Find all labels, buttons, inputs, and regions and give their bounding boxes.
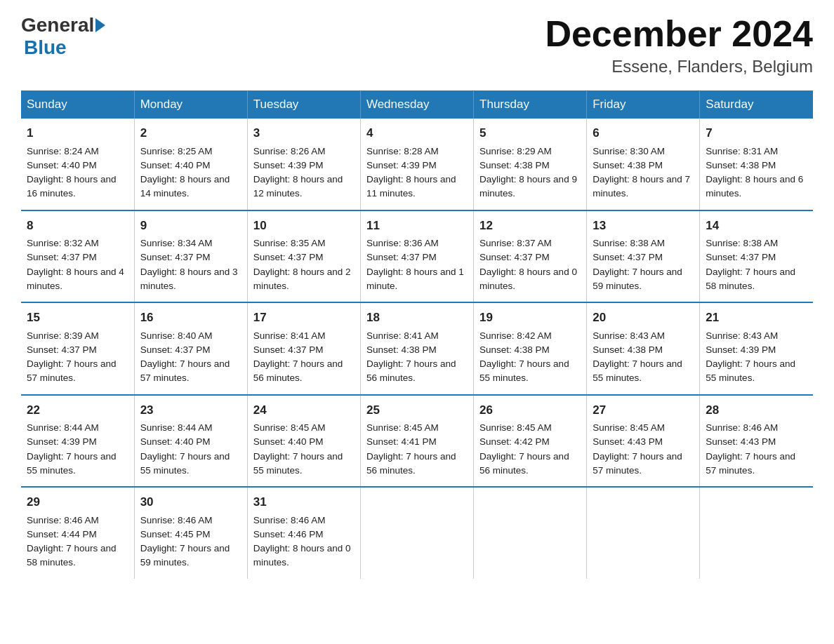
sunrise-text: Sunrise: 8:28 AM	[366, 146, 439, 156]
sunrise-text: Sunrise: 8:37 AM	[479, 238, 552, 248]
sunset-text: Sunset: 4:40 PM	[140, 436, 211, 447]
daylight-text: Daylight: 8 hours and 0 minutes.	[253, 543, 351, 568]
daylight-text: Daylight: 7 hours and 57 minutes.	[27, 358, 117, 383]
daylight-text: Daylight: 7 hours and 55 minutes.	[140, 451, 230, 476]
page-header: General Blue December 2024 Essene, Fland…	[21, 14, 813, 76]
daylight-text: Daylight: 8 hours and 4 minutes.	[27, 267, 124, 291]
sunrise-text: Sunrise: 8:43 AM	[706, 330, 778, 341]
sunrise-text: Sunrise: 8:46 AM	[140, 515, 213, 525]
calendar-header: Sunday Monday Tuesday Wednesday Thursday…	[21, 90, 813, 119]
daylight-text: Daylight: 8 hours and 2 minutes.	[253, 267, 351, 291]
sunset-text: Sunset: 4:37 PM	[253, 252, 324, 262]
calendar-cell: 22 Sunrise: 8:44 AM Sunset: 4:39 PM Dayl…	[21, 395, 134, 488]
day-number: 6	[593, 124, 694, 142]
sunset-text: Sunset: 4:39 PM	[27, 436, 97, 447]
sunset-text: Sunset: 4:43 PM	[706, 436, 776, 447]
daylight-text: Daylight: 7 hours and 56 minutes.	[253, 358, 343, 383]
sunset-text: Sunset: 4:37 PM	[140, 344, 211, 355]
sunset-text: Sunset: 4:45 PM	[140, 529, 211, 539]
sunrise-text: Sunrise: 8:40 AM	[140, 330, 213, 341]
calendar-cell: 13 Sunrise: 8:38 AM Sunset: 4:37 PM Dayl…	[587, 210, 700, 303]
calendar-week-row: 8 Sunrise: 8:32 AM Sunset: 4:37 PM Dayli…	[21, 210, 813, 303]
sunrise-text: Sunrise: 8:45 AM	[253, 422, 326, 433]
day-number: 2	[140, 124, 241, 142]
calendar-cell	[474, 487, 587, 579]
sunset-text: Sunset: 4:37 PM	[27, 344, 97, 355]
sunrise-text: Sunrise: 8:25 AM	[140, 146, 213, 156]
sunset-text: Sunset: 4:40 PM	[140, 160, 211, 170]
day-number: 14	[706, 217, 807, 235]
sunrise-text: Sunrise: 8:36 AM	[366, 238, 439, 248]
col-friday: Friday	[587, 90, 700, 119]
sunset-text: Sunset: 4:41 PM	[366, 436, 437, 447]
daylight-text: Daylight: 7 hours and 57 minutes.	[706, 451, 795, 476]
daylight-text: Daylight: 8 hours and 12 minutes.	[253, 174, 343, 199]
day-number: 11	[366, 217, 468, 235]
col-sunday: Sunday	[21, 90, 134, 119]
day-number: 13	[593, 217, 694, 235]
sunset-text: Sunset: 4:44 PM	[27, 529, 97, 539]
sunset-text: Sunset: 4:37 PM	[366, 252, 437, 262]
day-number: 25	[366, 401, 468, 420]
sunset-text: Sunset: 4:38 PM	[706, 160, 776, 170]
sunset-text: Sunset: 4:37 PM	[253, 344, 324, 355]
day-number: 26	[479, 401, 581, 420]
day-number: 20	[593, 309, 694, 327]
daylight-text: Daylight: 8 hours and 16 minutes.	[27, 174, 117, 199]
day-number: 15	[27, 309, 128, 327]
sunset-text: Sunset: 4:39 PM	[253, 160, 324, 170]
calendar-cell: 15 Sunrise: 8:39 AM Sunset: 4:37 PM Dayl…	[21, 302, 134, 395]
sunset-text: Sunset: 4:37 PM	[593, 252, 663, 262]
calendar-cell	[700, 487, 813, 579]
calendar-table: Sunday Monday Tuesday Wednesday Thursday…	[21, 90, 813, 579]
col-tuesday: Tuesday	[247, 90, 360, 119]
logo: General Blue	[21, 14, 107, 59]
sunrise-text: Sunrise: 8:31 AM	[706, 146, 778, 156]
logo-arrow-icon	[95, 18, 105, 32]
day-number: 23	[140, 401, 241, 420]
day-number: 4	[366, 124, 468, 142]
calendar-week-row: 22 Sunrise: 8:44 AM Sunset: 4:39 PM Dayl…	[21, 395, 813, 488]
sunset-text: Sunset: 4:39 PM	[706, 344, 776, 355]
sunrise-text: Sunrise: 8:41 AM	[366, 330, 439, 341]
daylight-text: Daylight: 7 hours and 55 minutes.	[253, 451, 343, 476]
title-section: December 2024 Essene, Flanders, Belgium	[545, 14, 813, 76]
day-number: 18	[366, 309, 468, 327]
sunset-text: Sunset: 4:39 PM	[366, 160, 437, 170]
calendar-cell: 26 Sunrise: 8:45 AM Sunset: 4:42 PM Dayl…	[474, 395, 587, 488]
logo-general-text: General	[21, 14, 94, 36]
daylight-text: Daylight: 7 hours and 56 minutes.	[366, 451, 456, 476]
day-number: 8	[27, 217, 128, 235]
sunrise-text: Sunrise: 8:45 AM	[479, 422, 552, 433]
sunset-text: Sunset: 4:38 PM	[593, 160, 663, 170]
sunrise-text: Sunrise: 8:44 AM	[27, 422, 99, 433]
day-number: 3	[253, 124, 355, 142]
calendar-cell: 10 Sunrise: 8:35 AM Sunset: 4:37 PM Dayl…	[247, 210, 360, 303]
calendar-cell: 25 Sunrise: 8:45 AM Sunset: 4:41 PM Dayl…	[360, 395, 473, 488]
sunset-text: Sunset: 4:37 PM	[479, 252, 550, 262]
day-number: 27	[593, 401, 694, 420]
daylight-text: Daylight: 7 hours and 58 minutes.	[706, 267, 795, 291]
calendar-cell: 30 Sunrise: 8:46 AM Sunset: 4:45 PM Dayl…	[134, 487, 247, 579]
sunset-text: Sunset: 4:37 PM	[706, 252, 776, 262]
calendar-cell: 21 Sunrise: 8:43 AM Sunset: 4:39 PM Dayl…	[700, 302, 813, 395]
sunrise-text: Sunrise: 8:38 AM	[706, 238, 778, 248]
day-number: 17	[253, 309, 355, 327]
daylight-text: Daylight: 8 hours and 0 minutes.	[479, 267, 577, 291]
sunrise-text: Sunrise: 8:46 AM	[27, 515, 99, 525]
sunrise-text: Sunrise: 8:43 AM	[593, 330, 665, 341]
sunrise-text: Sunrise: 8:46 AM	[253, 515, 326, 525]
daylight-text: Daylight: 7 hours and 55 minutes.	[479, 358, 569, 383]
daylight-text: Daylight: 7 hours and 57 minutes.	[140, 358, 230, 383]
day-number: 7	[706, 124, 807, 142]
daylight-text: Daylight: 7 hours and 56 minutes.	[479, 451, 569, 476]
calendar-cell: 9 Sunrise: 8:34 AM Sunset: 4:37 PM Dayli…	[134, 210, 247, 303]
sunrise-text: Sunrise: 8:34 AM	[140, 238, 213, 248]
col-saturday: Saturday	[700, 90, 813, 119]
calendar-cell	[360, 487, 473, 579]
logo-blue-text: Blue	[24, 36, 67, 58]
calendar-cell: 17 Sunrise: 8:41 AM Sunset: 4:37 PM Dayl…	[247, 302, 360, 395]
calendar-week-row: 1 Sunrise: 8:24 AM Sunset: 4:40 PM Dayli…	[21, 119, 813, 210]
daylight-text: Daylight: 8 hours and 7 minutes.	[593, 174, 690, 199]
calendar-cell: 31 Sunrise: 8:46 AM Sunset: 4:46 PM Dayl…	[247, 487, 360, 579]
